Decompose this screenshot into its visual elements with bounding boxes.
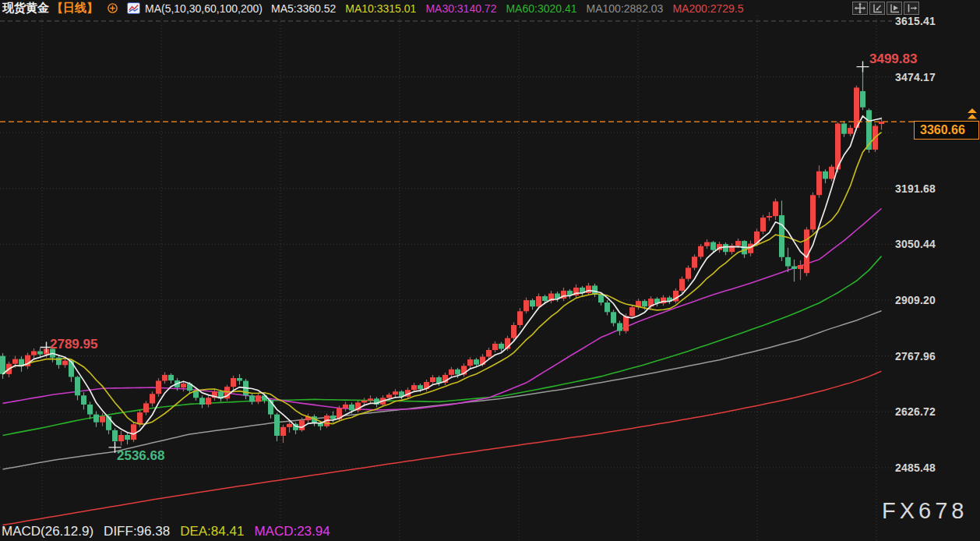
ma-settings-label: MA(5,10,30,60,100,200) [145, 2, 263, 15]
mini-chart-icon [127, 2, 140, 14]
ma100-line [3, 311, 882, 469]
macd-settings-label: MACD(26.12.9) [2, 524, 93, 539]
axis-play-icon [888, 2, 901, 14]
move-cross-icon [854, 2, 866, 14]
macd-diff-value: DIFF:96.38 [104, 524, 170, 539]
macd-legend: MACD(26.12.9) DIFF:96.38 DEA:84.41 MACD:… [2, 524, 330, 539]
ma30-line [3, 209, 882, 411]
trough-annotation: 2536.68 [117, 448, 164, 464]
y-axis-label: 3615.41 [895, 15, 936, 27]
axis-arrow-left-icon [871, 2, 883, 14]
extreme-cross-marker [857, 62, 869, 72]
ma5-line [3, 116, 882, 434]
latest-price-marker [968, 108, 977, 119]
ma-legend-item: MA100:2882.03 [587, 2, 664, 15]
y-axis-label: 2626.72 [895, 405, 936, 418]
pane-axis-right-button[interactable] [904, 2, 919, 15]
ma-legend-item: MA200:2729.5 [672, 2, 743, 15]
current-price-tag: 3360.66 [914, 121, 979, 140]
high-annotation: 3499.83 [869, 51, 917, 67]
symbol-title: 现货黄金 [2, 1, 49, 16]
ma-legend-item: MA60:3020.41 [506, 2, 576, 15]
chart-header: 现货黄金 【日线】 MA(5,10,30,60,100,200) MA5:336… [0, 0, 743, 16]
move-tool-button[interactable] [852, 2, 868, 15]
macd-dea-value: DEA:84.41 [180, 524, 244, 539]
y-axis-label: 2767.96 [895, 350, 936, 362]
y-axis-label: 2909.20 [895, 294, 936, 306]
chart-toolbar [852, 2, 919, 15]
candles [0, 67, 884, 447]
y-axis-label: 3050.44 [895, 238, 936, 250]
y-axis-label: 3191.68 [895, 182, 936, 195]
macd-macd-value: MACD:23.94 [254, 524, 330, 539]
bar-arrow-right-icon [905, 2, 918, 14]
ma-legend-item: MA30:3140.72 [425, 2, 496, 15]
ma10-line [3, 133, 882, 424]
pane-axis-play-button[interactable] [887, 2, 902, 15]
watermark-fx678: FX678 [882, 498, 968, 524]
y-axis-label: 3474.17 [895, 71, 936, 83]
pane-axis-left-button[interactable] [869, 2, 885, 15]
period-tag: 【日线】 [51, 1, 98, 16]
ma-legend-item: MA10:3315.01 [345, 2, 416, 15]
ma-legend: MA5:3360.52MA10:3315.01MA30:3140.72MA60:… [271, 2, 743, 15]
chart-stage: 现货黄金 【日线】 MA(5,10,30,60,100,200) MA5:336… [0, 0, 980, 541]
left-peak-annotation: 2789.95 [50, 337, 97, 352]
ma-legend-item: MA5:3360.52 [271, 2, 336, 15]
add-overlay-icon[interactable] [107, 2, 118, 14]
y-axis-label: 2485.48 [895, 461, 936, 474]
